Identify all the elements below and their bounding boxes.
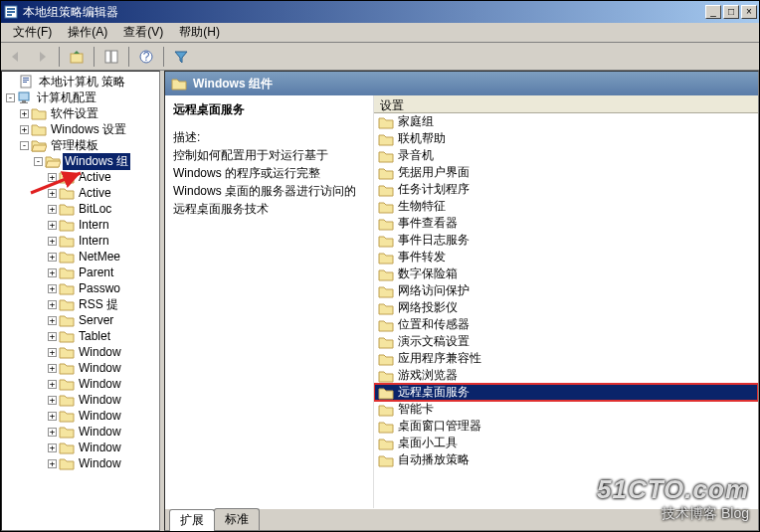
expand-icon[interactable]: + [48,253,57,262]
list-item[interactable]: 事件转发 [374,249,758,266]
list-item[interactable]: 生物特征 [374,198,758,215]
list-item[interactable]: 桌面小工具 [374,435,758,451]
list-item[interactable]: 录音机 [374,147,758,164]
tree-node[interactable]: 本地计算机 策略 [2,74,159,89]
expand-icon[interactable]: + [48,189,57,198]
tree-node[interactable]: +Window [2,376,159,392]
folder-icon [59,186,75,200]
help-button[interactable]: ? [135,46,157,68]
tree-node[interactable]: -管理模板 [2,137,159,153]
close-button[interactable]: × [741,5,757,19]
tree-node[interactable]: -计算机配置 [2,89,159,105]
tree-node[interactable]: +Window [2,344,159,360]
tree-node[interactable]: +Window [2,455,159,471]
expand-icon[interactable]: + [20,109,29,118]
maximize-button[interactable]: □ [723,5,739,19]
tree-label: Windows 设置 [49,121,128,138]
titlebar[interactable]: 本地组策略编辑器 _ □ × [1,1,759,23]
expand-icon[interactable]: + [48,205,57,214]
expand-icon[interactable]: + [48,284,57,293]
folder-icon [59,393,75,407]
tree-view[interactable]: 本地计算机 策略-计算机配置+软件设置+Windows 设置-管理模板-Wind… [1,71,160,531]
menu-action[interactable]: 操作(A) [60,22,115,43]
list-item[interactable]: 智能卡 [374,401,758,418]
tree-node[interactable]: +Active [2,185,159,201]
expand-icon[interactable]: - [6,93,15,102]
svg-rect-1 [7,8,15,10]
tree-node[interactable]: +软件设置 [2,105,159,121]
expand-icon[interactable]: + [48,332,57,341]
list-item[interactable]: 事件日志服务 [374,232,758,249]
list-item[interactable]: 桌面窗口管理器 [374,418,758,435]
tree-node[interactable]: +Server [2,312,159,328]
list-item[interactable]: 任务计划程序 [374,181,758,198]
expand-icon[interactable]: + [48,348,57,357]
tree-node[interactable]: +Window [2,392,159,408]
list-item-label: 网络访问保护 [398,282,470,299]
tree-label: Intern [77,234,111,248]
expand-icon[interactable]: + [48,221,57,230]
tree-node[interactable]: +Parent [2,265,159,280]
tree-node[interactable]: +Window [2,440,159,455]
expand-icon[interactable]: + [48,300,57,309]
tree-node[interactable]: -Windows 组 [2,153,159,169]
expand-icon[interactable]: + [48,396,57,405]
expand-icon[interactable]: + [48,380,57,389]
minimize-button[interactable]: _ [705,5,721,19]
list-item[interactable]: 联机帮助 [374,130,758,147]
up-button[interactable] [66,46,88,68]
list-item[interactable]: 家庭组 [374,113,758,130]
expand-icon[interactable]: + [48,316,57,325]
expand-icon[interactable]: + [48,428,57,437]
expand-icon[interactable]: + [48,412,57,421]
menu-file[interactable]: 文件(F) [5,22,60,43]
tree-node[interactable]: +Window [2,360,159,376]
app-icon [3,4,19,20]
filter-button[interactable] [170,46,192,68]
folder-icon [378,149,394,163]
list-item[interactable]: 应用程序兼容性 [374,350,758,367]
expand-icon[interactable]: + [20,125,29,134]
expand-icon[interactable]: + [48,173,57,182]
list-item[interactable]: 网络访问保护 [374,282,758,299]
list-item-label: 事件日志服务 [398,232,470,249]
expand-icon[interactable]: - [34,157,43,166]
tree-node[interactable]: +Intern [2,233,159,249]
show-hide-button[interactable] [100,46,122,68]
tree-node[interactable]: +Window [2,408,159,424]
expand-icon[interactable]: - [20,141,29,150]
tree-node[interactable]: +RSS 提 [2,296,159,312]
tree-node[interactable]: +BitLoc [2,201,159,217]
tab-extended[interactable]: 扩展 [169,509,215,531]
expand-icon[interactable]: + [48,443,57,452]
expand-icon[interactable]: + [48,237,57,246]
list-item[interactable]: 凭据用户界面 [374,164,758,181]
list-item[interactable]: 数字保险箱 [374,266,758,282]
menu-view[interactable]: 查看(V) [115,22,171,43]
list-item[interactable]: 位置和传感器 [374,316,758,333]
tree-label: Window [77,456,123,470]
list-item[interactable]: 远程桌面服务 [374,384,758,401]
tree-node[interactable]: +NetMee [2,249,159,265]
list-item[interactable]: 演示文稿设置 [374,333,758,350]
tab-standard[interactable]: 标准 [214,508,260,530]
tree-node[interactable]: +Windows 设置 [2,121,159,137]
tree-node[interactable]: +Tablet [2,328,159,344]
tree-node[interactable]: +Window [2,424,159,440]
tree-node[interactable]: +Intern [2,217,159,233]
list-item[interactable]: 网络投影仪 [374,299,758,316]
list-column-header[interactable]: 设置 [374,95,758,113]
expand-icon[interactable]: + [48,364,57,373]
folder-icon [59,170,75,184]
list-item[interactable]: 事件查看器 [374,215,758,232]
list-item-label: 应用程序兼容性 [398,350,481,367]
list-item[interactable]: 自动播放策略 [374,451,758,468]
tree-node[interactable]: +Active [2,169,159,185]
menu-help[interactable]: 帮助(H) [171,22,228,43]
list-item-label: 自动播放策略 [398,451,470,468]
settings-list[interactable]: 家庭组联机帮助录音机凭据用户界面任务计划程序生物特征事件查看器事件日志服务事件转… [374,113,758,508]
expand-icon[interactable]: + [48,268,57,277]
tree-node[interactable]: +Passwo [2,280,159,296]
expand-icon[interactable]: + [48,459,57,468]
list-item[interactable]: 游戏浏览器 [374,367,758,384]
